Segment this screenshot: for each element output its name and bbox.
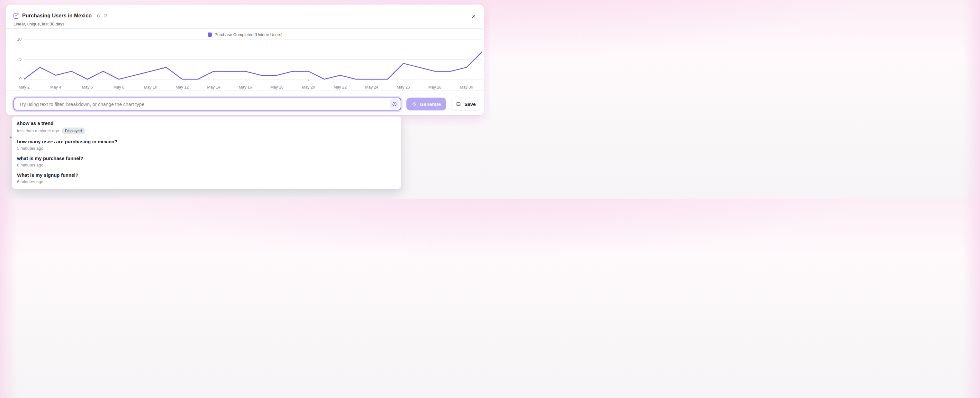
page-title: Purchasing Users in Mexico	[22, 13, 92, 19]
x-axis-tick-label: May 4	[50, 85, 61, 90]
x-axis-tick-label: May 30	[460, 85, 473, 90]
generate-button[interactable]: Generate	[406, 98, 446, 110]
sparkle-icon	[412, 101, 417, 107]
save-label: Save	[464, 101, 476, 107]
history-query: show as a trend	[17, 120, 396, 126]
prompt-placeholder: Try using text to filter, breakdown, or …	[19, 101, 145, 107]
y-axis-tick-label: 0	[10, 77, 22, 81]
feedback-buttons	[96, 14, 108, 18]
x-axis-labels: May 2May 4May 6May 8May 10May 12May 14Ma…	[24, 85, 482, 90]
x-axis-tick-label: May 20	[302, 85, 315, 90]
thumb-up-icon	[96, 14, 101, 18]
x-axis-tick-label: May 26	[397, 85, 410, 90]
y-axis-tick-label: 10	[10, 37, 22, 42]
x-axis-tick-label: May 10	[144, 85, 157, 90]
x-axis-tick-label: May 12	[175, 85, 189, 90]
history-timestamp: 5 minutes ago	[17, 146, 43, 151]
history-timestamp: less than a minute ago	[17, 128, 59, 134]
legend-label: Purchase Completed [Unique Users]	[215, 32, 282, 37]
close-button[interactable]	[470, 13, 477, 19]
prompt-input[interactable]: Try using text to filter, breakdown, or …	[13, 98, 401, 110]
legend-swatch	[208, 32, 212, 37]
x-axis-tick-label: May 18	[270, 85, 283, 90]
history-timestamp: 6 minutes ago	[17, 179, 43, 184]
history-query: What is my signup funnel?	[17, 172, 396, 178]
history-icon	[391, 101, 397, 107]
prompt-bar: Try using text to filter, breakdown, or …	[13, 98, 480, 110]
card-header: Purchasing Users in Mexico	[13, 12, 461, 20]
x-axis-tick-label: May 16	[239, 85, 252, 90]
thumb-up-button[interactable]	[96, 14, 101, 18]
thumb-down-icon	[103, 14, 108, 18]
legend-item[interactable]: Purchase Completed [Unique Users]	[208, 32, 282, 37]
header-divider	[6, 28, 484, 29]
history-meta: 5 minutes ago	[17, 146, 396, 151]
history-meta: 6 minutes ago	[17, 163, 396, 168]
line-chart-icon	[13, 13, 19, 19]
line-chart-plot	[24, 37, 482, 82]
history-list-item[interactable]: What is my signup funnel? 6 minutes ago	[12, 170, 401, 187]
plus-cursor-glyph: +	[10, 134, 12, 140]
history-meta: less than a minute ago Displayed	[17, 128, 396, 134]
thumb-down-button[interactable]	[103, 14, 108, 18]
text-caret	[18, 101, 18, 107]
x-axis-tick-label: May 22	[333, 85, 347, 90]
x-axis-tick-label: May 2	[19, 85, 30, 90]
x-axis-tick-label: May 14	[207, 85, 220, 90]
close-icon	[471, 14, 476, 19]
history-list-item[interactable]: show as a trend less than a minute ago D…	[12, 118, 401, 137]
history-query: how many users are purchasing in mexico?	[17, 139, 396, 144]
x-axis-tick-label: May 28	[428, 85, 441, 90]
history-list-item[interactable]: what is my purchase funnel? 6 minutes ag…	[12, 153, 401, 170]
history-meta: 6 minutes ago	[17, 179, 396, 184]
chart-legend: Purchase Completed [Unique Users]	[6, 32, 484, 37]
displayed-badge: Displayed	[62, 128, 85, 134]
save-icon	[456, 101, 461, 107]
y-axis-tick-label: 5	[10, 57, 22, 61]
chart-report-card: Purchasing Users in Mexico Linear, uniqu…	[6, 5, 484, 115]
history-timestamp: 6 minutes ago	[17, 163, 43, 168]
x-axis-tick-label: May 8	[113, 85, 124, 90]
x-axis-tick-label: May 6	[82, 85, 93, 90]
history-button[interactable]	[390, 99, 399, 109]
save-button[interactable]: Save	[451, 98, 480, 110]
chart-subtitle: Linear, unique, last 30 days	[13, 22, 64, 26]
history-query: what is my purchase funnel?	[17, 155, 396, 161]
history-list-item[interactable]: how many users are purchasing in mexico?…	[12, 137, 401, 153]
generate-label: Generate	[420, 101, 441, 107]
history-dropdown: show as a trend less than a minute ago D…	[12, 117, 401, 189]
x-axis-tick-label: May 24	[365, 85, 379, 90]
